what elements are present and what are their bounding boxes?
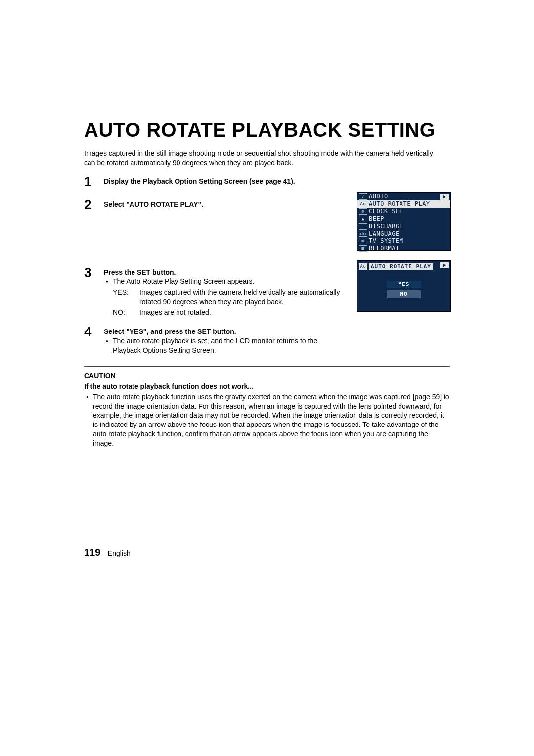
menu-item-auto-rotate-play: A↻ AUTO ROTATE PLAY: [357, 200, 450, 208]
menu-label: REFORMAT: [369, 245, 400, 252]
step-number: 2: [84, 197, 92, 213]
eject-icon: ▲: [359, 216, 367, 222]
clock-icon: ⊕: [359, 208, 367, 215]
menu-label: DISCHARGE: [369, 223, 403, 230]
menu-label: LANGUAGE: [369, 230, 400, 237]
no-term: NO:: [113, 308, 139, 317]
step-number: 3: [84, 265, 92, 281]
step-3-heading: Press the SET button.: [104, 268, 341, 277]
yes-definition: YES: Images captured with the camera hel…: [104, 288, 350, 307]
confirm-header-text: AUTO ROTATE PLAY: [369, 263, 433, 270]
page-title: AUTO ROTATE PLAYBACK SETTING: [84, 119, 450, 141]
caution-body-list: The auto rotate playback function uses t…: [84, 392, 450, 448]
menu-item-discharge: ⎓ DISCHARGE: [357, 223, 450, 230]
caution-label: CAUTION: [84, 372, 450, 379]
menu-label: AUTO ROTATE PLAY: [369, 200, 430, 208]
caution-body: The auto rotate playback function uses t…: [84, 392, 450, 448]
no-definition: NO: Images are not rotated.: [104, 308, 350, 317]
abc-icon: abc: [359, 231, 367, 237]
yes-term: YES:: [113, 288, 139, 307]
menu-item-clock-set: ⊕ CLOCK SET: [357, 208, 450, 215]
menu-item-language: abc LANGUAGE: [357, 230, 450, 237]
step-4: 4 Select "YES", and press the SET button…: [84, 327, 450, 355]
step-2-heading: Select "AUTO ROTATE PLAY".: [104, 200, 341, 209]
auto-rotate-icon: A↻: [359, 201, 367, 207]
step-number: 4: [84, 324, 92, 340]
menu-item-beep: ▲ BEEP: [357, 215, 450, 223]
no-body: Images are not rotated.: [139, 308, 350, 317]
step-1-heading: Display the Playback Option Setting Scre…: [104, 177, 341, 186]
menu-item-reformat: ▦ REFORMAT: [357, 245, 450, 252]
lcd-confirm-screenshot: ▶ A↻ AUTO ROTATE PLAY YES NO: [357, 260, 451, 312]
step-number: 1: [84, 174, 92, 189]
tv-icon: ▭: [359, 238, 367, 244]
caution-divider: [84, 366, 450, 367]
page-number: 119: [84, 547, 100, 558]
manual-page: AUTO ROTATE PLAYBACK SETTING Images capt…: [0, 0, 534, 756]
note-icon: ♪: [359, 193, 367, 200]
step-3-notes: The Auto Rotate Play Setting Screen appe…: [104, 277, 341, 286]
caution-subhead: If the auto rotate playback function doe…: [84, 382, 450, 390]
menu-label: TV SYSTEM: [369, 237, 403, 245]
step-1: 1 Display the Playback Option Setting Sc…: [84, 177, 450, 186]
page-language: English: [108, 549, 131, 557]
confirm-options: YES NO: [357, 281, 450, 298]
step-3-bullet: The Auto Rotate Play Setting Screen appe…: [104, 277, 341, 286]
menu-label: CLOCK SET: [369, 208, 403, 215]
card-icon: ▦: [359, 245, 367, 252]
step-4-heading: Select "YES", and press the SET button.: [104, 327, 341, 336]
option-no: NO: [387, 290, 421, 298]
menu-item-audio: ♪ AUDIO: [357, 193, 450, 200]
menu-label: AUDIO: [369, 193, 388, 200]
page-footer: 119 English: [84, 547, 131, 558]
confirm-header: A↻ AUTO ROTATE PLAY: [357, 261, 450, 271]
step-4-notes: The auto rotate playback is set, and the…: [104, 336, 341, 355]
option-yes: YES: [387, 281, 421, 288]
battery-icon: ⎓: [359, 223, 367, 230]
yes-body: Images captured with the camera held ver…: [139, 288, 350, 307]
step-4-bullet: The auto rotate playback is set, and the…: [104, 336, 341, 355]
menu-item-tv-system: ▭ TV SYSTEM: [357, 237, 450, 245]
auto-rotate-icon: A↻: [359, 263, 367, 270]
lcd-menu-screenshot: ▶ ♪ AUDIO A↻ AUTO ROTATE PLAY ⊕ CLOCK SE…: [357, 192, 451, 251]
menu-label: BEEP: [369, 215, 384, 223]
intro-paragraph: Images captured in the still image shoot…: [84, 149, 440, 168]
